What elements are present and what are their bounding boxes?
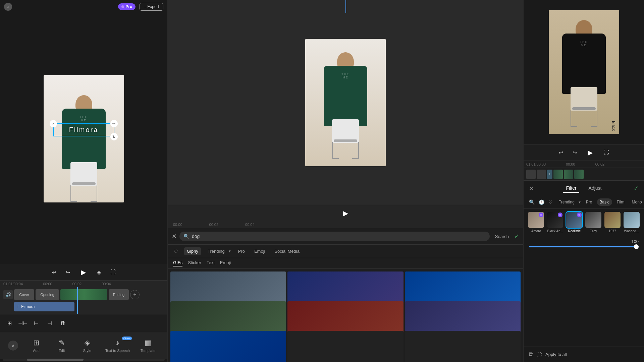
pro-tab[interactable]: Pro [235,247,248,255]
thumb-3 [553,170,563,179]
right-playback-controls: ↩ ↪ ▶ ⛶ [524,144,644,161]
intensity-slider[interactable] [529,246,639,247]
giphy-close-button[interactable]: ✕ [172,233,177,240]
export-button[interactable]: ↑ Export [140,3,163,11]
undo-button[interactable]: ↩ [51,268,58,277]
audio-toggle[interactable]: 🔊 [3,290,13,299]
add-track-button[interactable]: + [130,290,140,299]
trim-button[interactable]: ⊢ [30,317,42,329]
favorites-icon[interactable]: ♡ [172,248,180,255]
keyframe-button[interactable]: ◈ [96,268,102,277]
right-redo-button[interactable]: ↪ [571,148,578,157]
timeline-scrollbar[interactable] [3,359,165,361]
left-video-preview: THEME × ✏ ↻ Filmora [0,13,167,264]
filter-history-button[interactable]: 🕐 [537,198,546,206]
cover-track[interactable]: Cover [14,289,34,300]
apply-all-checkbox[interactable] [537,352,542,357]
apply-all-label[interactable]: Apply to all [545,352,567,357]
center-preview-canvas: THEME [305,39,386,166]
filter-search-icon-button[interactable]: 🔍 [528,198,536,206]
left-panel: × Pro ↑ Export T [0,0,168,362]
filter-favorites-button[interactable]: ♡ [547,198,554,206]
pro-badge: Pro [118,3,136,10]
thumb-1 [526,170,536,179]
text-track[interactable]: T Filmora [14,302,74,311]
center-play-button[interactable]: ▶ [340,208,351,219]
basic-filter-btn[interactable]: Basic [597,198,612,206]
right-video-area: THEME Black [524,0,644,144]
expand-button[interactable]: ∧ [8,341,18,351]
emoji-subtab[interactable]: Emoji [220,260,231,266]
emoji-tab[interactable]: Emoji [252,247,268,255]
right-play-button[interactable]: ▶ [585,147,596,158]
template-tool[interactable]: ▦ Template [141,339,156,353]
giphy-main-tabs: ♡ Giphy Trending ▼ Pro Emoji Social Medi… [168,245,523,258]
filter-washed[interactable]: Washed... [623,212,640,233]
redo-button[interactable]: ↪ [64,268,71,277]
search-input-container: 🔍 [179,232,490,241]
text-rotate-handle[interactable]: ↻ [110,133,118,140]
delete-button[interactable]: 🗑 [57,317,69,329]
gif-item-6[interactable]: BUFFALO [170,331,286,362]
social-tab[interactable]: Social Media [272,247,302,255]
fullscreen-button[interactable]: ⛶ [109,268,117,277]
opening-track[interactable]: Opening [36,289,59,300]
pro-filter-btn[interactable]: Pro [583,198,595,206]
mono-filter-btn[interactable]: Mono [629,198,644,206]
timeline-tracks: 🔊 Cover Opening Ending + T [0,287,167,314]
trending-tab[interactable]: Trending [205,247,227,255]
text-subtab[interactable]: Text [207,260,215,266]
filter-close-button[interactable]: ✕ [529,185,534,192]
style-tool[interactable]: ◈ Style [80,339,95,353]
text-edit-handle[interactable]: ✏ [110,120,118,127]
giphy-tab[interactable]: Giphy [184,247,201,255]
filter-tab[interactable]: Filter [563,184,579,193]
filter-realistic[interactable]: Realistic [566,212,583,233]
main-track: 🔊 Cover Opening Ending + [3,289,164,300]
filter-black-an[interactable]: Black An... [547,212,564,233]
ending-track[interactable]: Ending [109,289,129,300]
gifs-subtab[interactable]: GIFs [173,260,182,266]
center-timeline-ruler: 00:00 00:02 00:04 [168,221,523,228]
intensity-fill [529,246,639,247]
close-button[interactable]: × [4,3,12,11]
adjust-tab[interactable]: Adjust [586,184,604,193]
playhead [77,287,78,314]
gif-item-7[interactable] [287,331,403,362]
amaro-pro-badge [539,213,543,217]
video-track[interactable] [60,289,107,300]
filter-1977[interactable]: 1977 [604,212,621,233]
right-undo-button[interactable]: ↩ [557,148,565,157]
add-thumb-button[interactable]: + [547,170,552,179]
edit-tool[interactable]: ✎ Edit [54,339,69,353]
giphy-search-bar: ✕ 🔍 Search ✓ [168,228,523,245]
filter-amaro[interactable]: Amaro [528,212,545,233]
split-button[interactable]: ⊣⊢ [17,317,29,329]
footer-toolbar: ∧ ⊞ Add ✎ Edit ◈ Style ♪ Text to Speech … [0,332,167,359]
filter-confirm-button[interactable]: ✓ [634,185,639,192]
right-timeline-ruler: 01:01/00:03 00:00 00:02 [524,161,644,168]
center-panel: THEME ▶ 00:00 00:02 00:04 ✕ [168,0,523,362]
intensity-thumb[interactable] [634,244,639,249]
add-tool[interactable]: ⊞ Add [29,339,44,353]
film-filter-btn[interactable]: Film [614,198,627,206]
right-fullscreen-button[interactable]: ⛶ [602,148,610,157]
center-playback: ▶ [168,205,523,221]
copy-button[interactable]: ⊞ [3,317,15,329]
gif-item-8[interactable] [405,331,521,362]
search-button[interactable]: Search [492,233,512,240]
text-overlay-box[interactable]: × ✏ ↻ Filmora [53,123,114,136]
text-to-speech-tool[interactable]: ♪ Text to Speech [105,339,130,353]
sticker-subtab[interactable]: Sticker [188,260,201,266]
trending-filter-btn[interactable]: Trending ▼ [556,198,581,206]
filter-icon-buttons: 🔍 🕐 ♡ [528,198,554,206]
copy-frames-button[interactable]: ⧉ [529,351,533,358]
gif-grid: 👤 🎈🎈🎈 HappyBirthday! ¡VAMOSLOS BILLS! [168,269,523,362]
filter-grid: Amaro Black An... Realistic Gray [524,208,644,236]
left-play-button[interactable]: ▶ [78,267,89,278]
filter-gray[interactable]: Gray [585,212,602,233]
giphy-panel: ✕ 🔍 Search ✓ ♡ Giphy Trending ▼ Pro Emoj… [168,228,523,362]
trim2-button[interactable]: ⊣ [44,317,56,329]
confirm-button[interactable]: ✓ [514,233,519,240]
search-input[interactable] [192,234,486,239]
